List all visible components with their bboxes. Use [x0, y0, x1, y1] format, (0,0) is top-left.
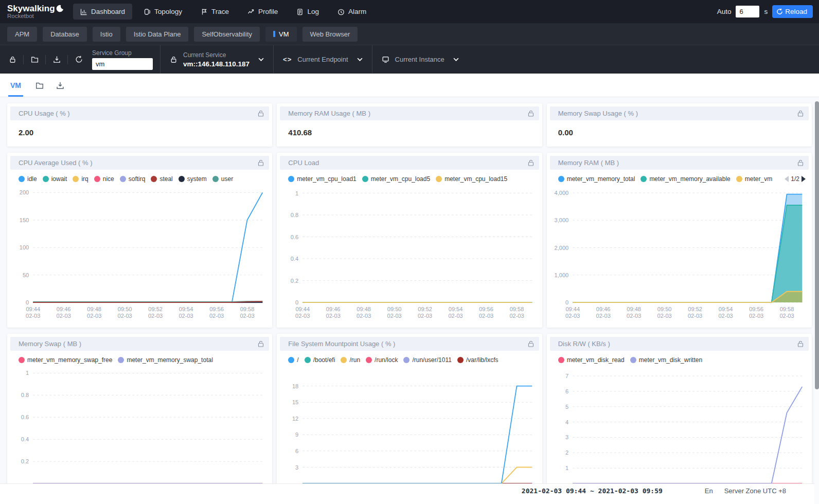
template-tab-selfobservability[interactable]: SelfObservability: [194, 27, 260, 42]
time-range-picker[interactable]: 2021-02-03 09:44 ~ 2021-02-03 09:59: [522, 487, 663, 495]
legend-item[interactable]: /run/lock: [366, 356, 398, 364]
lock-button[interactable]: [4, 56, 21, 63]
auto-label: Auto: [717, 8, 732, 15]
legend-label: meter_vm_cpu_load5: [371, 175, 430, 183]
chart-legend: meter_vm_memory_totalmeter_vm_memory_ava…: [547, 170, 812, 183]
legend-item[interactable]: meter_vm_memory_swap_free: [19, 356, 112, 364]
template-tab-istio-data-plane[interactable]: Istio Data Plane: [126, 27, 189, 42]
stat-card-cpu-usage: CPU Usage ( % ) 2.00: [7, 103, 272, 147]
current-instance-selector[interactable]: Current Instance: [372, 45, 468, 74]
subtab-vm[interactable]: VM: [8, 74, 23, 97]
legend-item[interactable]: /run: [341, 356, 360, 364]
auto-reload-controls: Auto s Reload: [717, 5, 813, 18]
card-title: Memory RAM Usage ( MB ): [288, 110, 527, 117]
legend-item[interactable]: meter_vm_disk_written: [630, 356, 702, 364]
card-lock-button[interactable]: [528, 340, 534, 347]
legend-item[interactable]: /var/lib/lxcfs: [457, 356, 498, 364]
legend-label: /boot/efi: [313, 356, 335, 364]
svg-text:02-03: 02-03: [295, 313, 310, 319]
nav-label: Topology: [154, 8, 182, 15]
card-lock-button[interactable]: [258, 110, 264, 117]
svg-text:3,000: 3,000: [554, 217, 568, 223]
legend-item[interactable]: /boot/efi: [305, 356, 335, 364]
stat-card-memory-ram-usage: Memory RAM Usage ( MB ) 410.68: [277, 103, 542, 147]
card-lock-button[interactable]: [797, 340, 804, 347]
svg-text:09:58: 09:58: [510, 306, 524, 312]
card-header: CPU Usage ( % ): [10, 106, 269, 120]
nav-label: Dashboard: [91, 8, 125, 15]
legend-item[interactable]: softirq: [120, 175, 146, 183]
legend-item[interactable]: user: [212, 175, 233, 183]
card-lock-button[interactable]: [528, 159, 534, 166]
card-title: File System Mountpoint Usage ( % ): [288, 340, 527, 348]
svg-text:02-03: 02-03: [148, 313, 163, 319]
card-lock-button[interactable]: [797, 159, 804, 166]
legend-dot: [366, 357, 372, 363]
legend-item[interactable]: meter_vm_memory_available: [640, 175, 730, 183]
download-icon[interactable]: [56, 81, 64, 89]
nav-item-alarm[interactable]: Alarm: [330, 4, 373, 20]
legend-item[interactable]: nice: [94, 175, 114, 183]
legend-label: irq: [81, 175, 88, 183]
current-service-selector[interactable]: Current Service vm::146.148.110.187: [160, 45, 273, 74]
legend-item[interactable]: meter_vm_disk_read: [558, 356, 625, 364]
legend-item[interactable]: meter_vm_cpu_load15: [436, 175, 507, 183]
folder-icon[interactable]: [35, 81, 44, 89]
svg-text:09:50: 09:50: [387, 306, 402, 312]
legend-prev-icon[interactable]: [785, 176, 789, 182]
legend-item[interactable]: idle: [19, 175, 37, 183]
language-toggle[interactable]: En: [705, 487, 713, 495]
legend-item[interactable]: /run/user/1011: [403, 356, 452, 364]
template-tab-database[interactable]: Database: [43, 27, 87, 42]
legend-dot: [558, 357, 564, 363]
template-tab-istio[interactable]: Istio: [93, 27, 120, 42]
svg-text:02-03: 02-03: [479, 313, 493, 319]
card-lock-button[interactable]: [528, 110, 534, 117]
legend-item[interactable]: steal: [151, 175, 172, 183]
nav-item-topology[interactable]: Topology: [136, 4, 189, 20]
server-zone-label: Server Zone UTC +8: [724, 487, 786, 495]
scrollbar-thumb[interactable]: [815, 101, 819, 389]
card-lock-button[interactable]: [797, 110, 804, 117]
nav-item-profile[interactable]: Profile: [240, 4, 285, 20]
nav-item-trace[interactable]: Trace: [193, 4, 236, 20]
legend-item[interactable]: system: [179, 175, 207, 183]
svg-text:1: 1: [565, 465, 568, 471]
card-lock-button[interactable]: [258, 159, 264, 166]
legend-item[interactable]: irq: [73, 175, 88, 183]
nav-item-dashboard[interactable]: Dashboard: [73, 4, 132, 20]
template-tab-apm[interactable]: APM: [7, 27, 37, 42]
legend-item[interactable]: meter_vm_memory_total: [558, 175, 635, 183]
legend-item[interactable]: meter_vm_cpu_load5: [362, 175, 430, 183]
legend-label: meter_vm_memory_available: [649, 175, 730, 183]
reload-button[interactable]: Reload: [772, 5, 813, 18]
svg-text:0.6: 0.6: [291, 234, 298, 240]
svg-text:02-03: 02-03: [565, 313, 580, 319]
legend-item[interactable]: meter_vm: [736, 175, 772, 183]
legend-label: /run/user/1011: [412, 356, 452, 364]
service-group-input[interactable]: [92, 58, 153, 70]
import-template-button[interactable]: [26, 56, 43, 63]
legend-item[interactable]: /: [288, 356, 298, 364]
brand-logo[interactable]: Skywalking Rocketbot: [7, 4, 73, 20]
export-template-button[interactable]: [48, 56, 65, 63]
svg-text:0.4: 0.4: [21, 436, 29, 442]
template-tab-vm[interactable]: VM: [265, 27, 297, 42]
legend-item[interactable]: meter_vm_memory_swap_total: [118, 356, 212, 364]
legend-item[interactable]: iowait: [43, 175, 67, 183]
reload-label: Reload: [785, 8, 807, 15]
current-endpoint-label: Current Endpoint: [297, 56, 348, 63]
svg-text:150: 150: [20, 217, 29, 223]
current-endpoint-selector[interactable]: <> Current Endpoint: [273, 45, 371, 74]
legend-next-icon[interactable]: [802, 176, 806, 182]
scrollbar-track[interactable]: [814, 101, 819, 504]
auto-interval-input[interactable]: [736, 6, 759, 17]
nav-item-log[interactable]: Log: [289, 4, 326, 20]
card-lock-button[interactable]: [258, 340, 264, 347]
dashboard-grid: CPU Usage ( % ) 2.00 Memory RAM Usage ( …: [0, 97, 819, 504]
legend-item[interactable]: meter_vm_cpu_load1: [288, 175, 356, 183]
template-tab-web-browser[interactable]: Web Browser: [302, 27, 358, 42]
legend-label: iowait: [51, 175, 67, 183]
nav-label: Alarm: [348, 8, 366, 15]
refresh-button[interactable]: [70, 56, 87, 63]
